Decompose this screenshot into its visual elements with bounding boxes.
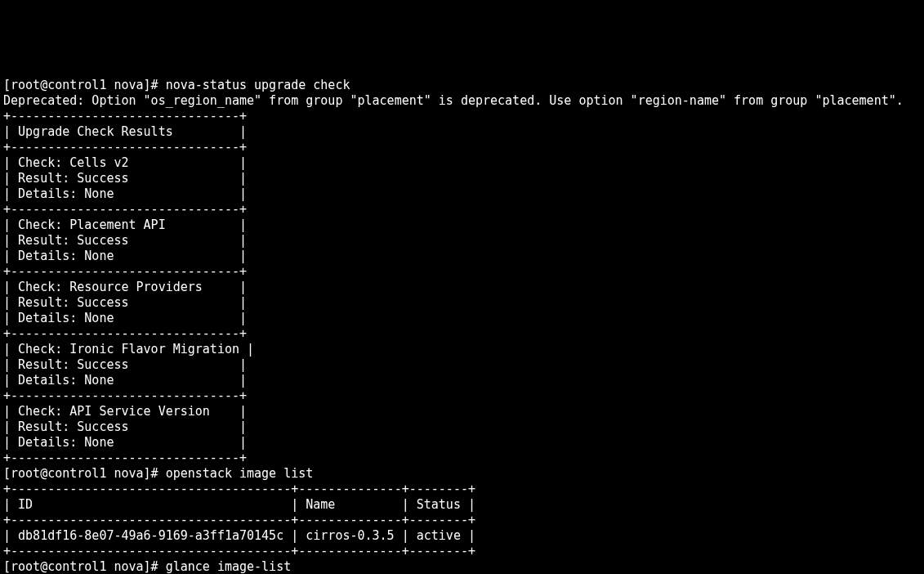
check-result: | Result: Success | bbox=[3, 233, 247, 248]
prompt: [root@control1 nova]# bbox=[3, 466, 166, 481]
command-glance-image-list: glance image-list bbox=[166, 559, 292, 574]
table-sep: +-------------------------------+ bbox=[3, 264, 247, 279]
deprecation-warning: Deprecated: Option "os_region_name" from… bbox=[3, 93, 904, 108]
table-sep: +-------------------------------+ bbox=[3, 326, 247, 341]
command-nova-status: nova-status upgrade check bbox=[166, 78, 350, 92]
check-details: | Details: None | bbox=[3, 311, 247, 325]
check-name: | Check: Placement API | bbox=[3, 217, 247, 232]
check-result: | Result: Success | bbox=[3, 357, 247, 372]
terminal-output[interactable]: [root@control1 nova]# nova-status upgrad… bbox=[0, 78, 924, 574]
command-openstack-image-list: openstack image list bbox=[166, 466, 314, 481]
table-sep: +-------------------------------+ bbox=[3, 388, 247, 403]
check-result: | Result: Success | bbox=[3, 295, 247, 310]
table-sep: +--------------------------------------+… bbox=[3, 513, 475, 527]
prompt: [root@control1 nova]# bbox=[3, 559, 166, 574]
table-sep: +--------------------------------------+… bbox=[3, 544, 475, 558]
image-table-header: | ID | Name | Status | bbox=[3, 497, 475, 512]
upgrade-check-header: | Upgrade Check Results | bbox=[3, 124, 247, 139]
check-name: | Check: Resource Providers | bbox=[3, 280, 247, 294]
check-details: | Details: None | bbox=[3, 186, 247, 201]
check-result: | Result: Success | bbox=[3, 171, 247, 186]
check-details: | Details: None | bbox=[3, 435, 247, 450]
table-sep: +-------------------------------+ bbox=[3, 140, 247, 155]
table-sep: +-------------------------------+ bbox=[3, 109, 247, 123]
image-table-row: | db81df16-8e07-49a6-9169-a3ff1a70145c |… bbox=[3, 528, 475, 543]
check-name: | Check: Cells v2 | bbox=[3, 155, 247, 170]
check-name: | Check: Ironic Flavor Migration | bbox=[3, 342, 254, 357]
check-details: | Details: None | bbox=[3, 249, 247, 263]
check-details: | Details: None | bbox=[3, 373, 247, 388]
prompt: [root@control1 nova]# bbox=[3, 78, 166, 92]
table-sep: +-------------------------------+ bbox=[3, 451, 247, 465]
check-result: | Result: Success | bbox=[3, 419, 247, 434]
check-name: | Check: API Service Version | bbox=[3, 404, 247, 419]
table-sep: +-------------------------------+ bbox=[3, 202, 247, 217]
table-sep: +--------------------------------------+… bbox=[3, 482, 475, 496]
